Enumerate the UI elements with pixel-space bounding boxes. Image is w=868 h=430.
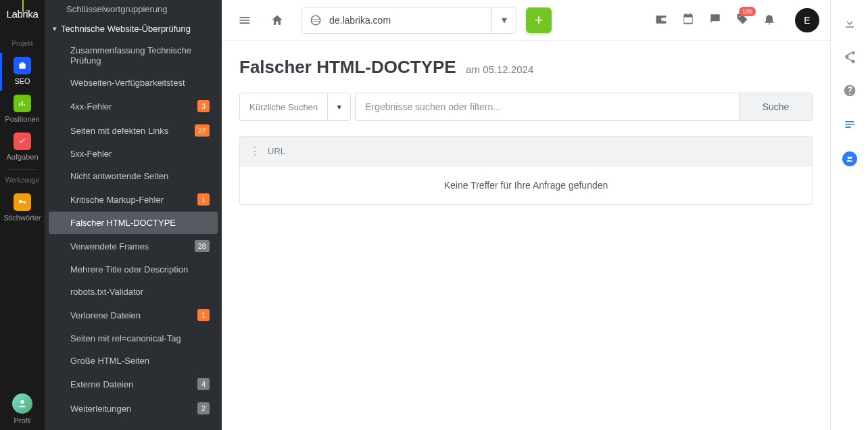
- page-content: Falscher HTML-DOCTYPE am 05.12.2024 Kürz…: [222, 41, 830, 430]
- svg-point-2: [850, 157, 852, 160]
- sidebar-item-label: Seiten mit rel=canonical-Tag: [70, 333, 210, 343]
- recent-searches-label: Kürzliche Suchen: [240, 102, 327, 112]
- sidebar-item-label: Kritische Markup-Fehler: [70, 195, 192, 205]
- sidebar-group-technical[interactable]: ▾ Technische Website-Überprüfung: [45, 18, 222, 39]
- sidebar-item-4[interactable]: 5xx-Fehler: [49, 143, 218, 165]
- rail-divider: [9, 169, 36, 170]
- column-header-url: URL: [268, 146, 285, 156]
- more-vertical-icon[interactable]: ⋮: [249, 145, 260, 158]
- wallet-icon[interactable]: [654, 12, 668, 28]
- download-icon[interactable]: [843, 16, 857, 32]
- sidebar-item-label: Zusammenfassung Technische Prüfung: [70, 45, 210, 66]
- sidebar-item-12[interactable]: Seiten mit rel=canonical-Tag: [49, 327, 218, 350]
- calendar-icon[interactable]: [681, 12, 695, 28]
- rail-section-tools: Werkzeuge: [5, 176, 39, 184]
- sidebar-item-label: Große HTML-Seiten: [70, 356, 210, 366]
- sidebar-item-0[interactable]: Zusammenfassung Technische Prüfung: [49, 39, 218, 72]
- sidebar-item-badge: 3: [197, 100, 210, 112]
- rail-item-profile[interactable]: Profil: [0, 389, 45, 430]
- sidebar-item-label: Verwendete Frames: [70, 241, 189, 252]
- search-input[interactable]: [356, 93, 739, 120]
- sidebar-item-badge: 2: [197, 402, 210, 414]
- rail-section-project: Projekt: [11, 40, 32, 47]
- sidebar-group-title: Technische Website-Überprüfung: [61, 24, 191, 34]
- sidebar-item-label: Weiterleitungen: [70, 404, 192, 414]
- brand-logo: Labrika: [6, 8, 38, 20]
- share-icon[interactable]: [843, 50, 857, 66]
- rail-label-tasks: Aufgaben: [6, 153, 38, 161]
- sidebar-item-8[interactable]: Verwendete Frames28: [49, 234, 218, 258]
- recent-searches-dropdown[interactable]: Kürzliche Suchen ▼: [239, 93, 351, 121]
- check-icon: [14, 133, 31, 150]
- rail-label-seo: SEO: [14, 77, 30, 85]
- site-picker-caret[interactable]: ▾: [491, 7, 516, 33]
- svg-point-0: [20, 400, 24, 404]
- sidebar-item-badge: 28: [195, 240, 210, 252]
- sidebar-item-3[interactable]: Seiten mit defekten Links27: [49, 118, 218, 143]
- rail-item-keywords[interactable]: Stichwörter: [0, 189, 45, 227]
- rail-item-tasks[interactable]: Aufgaben: [0, 128, 45, 166]
- sidebar-item-14[interactable]: Externe Dateien4: [49, 372, 218, 396]
- page-title: Falscher HTML-DOCTYPE: [239, 57, 456, 78]
- site-domain-text: de.labrika.com: [329, 15, 491, 26]
- sidebar-item-label: Verlorene Dateien: [70, 310, 192, 320]
- sidebar-item-13[interactable]: Große HTML-Seiten: [49, 350, 218, 372]
- chat-icon[interactable]: [708, 12, 722, 28]
- notification-count: 105: [739, 7, 756, 16]
- rail-label-profile: Profil: [14, 416, 30, 425]
- sidebar: Schlüsselwortgruppierung ▾ Technische We…: [45, 0, 222, 430]
- sidebar-item-label: robots.txt-Validator: [70, 287, 210, 297]
- rail-label-positions: Positionen: [5, 115, 39, 123]
- main-column: de.labrika.com ▾ + 105 E Falscher HTML-D…: [222, 0, 830, 430]
- sidebar-item-label: 4xx-Fehler: [70, 101, 192, 112]
- no-results-message: Keine Treffer für Ihre Anfrage gefunden: [239, 166, 813, 205]
- app-rail: Labrika Projekt SEO Positionen Aufgaben …: [0, 0, 45, 430]
- sidebar-item-11[interactable]: Verlorene Dateien1: [49, 303, 218, 327]
- sidebar-truncated-item[interactable]: Schlüsselwortgruppierung: [45, 0, 222, 18]
- sidebar-item-5[interactable]: Nicht antwortende Seiten: [49, 165, 218, 187]
- bell-icon[interactable]: [763, 12, 776, 28]
- results-table-header: ⋮ URL: [239, 136, 813, 166]
- rail-item-seo[interactable]: SEO: [0, 53, 45, 91]
- globe-icon: [302, 14, 329, 26]
- svg-point-1: [847, 157, 850, 160]
- sidebar-item-1[interactable]: Webseiten-Verfügbarkeitstest: [49, 72, 218, 94]
- sidebar-item-10[interactable]: robots.txt-Validator: [49, 281, 218, 303]
- key-icon: [14, 193, 31, 211]
- plus-icon: +: [535, 11, 544, 29]
- sidebar-item-label: Seiten mit defekten Links: [70, 126, 189, 136]
- add-button[interactable]: +: [526, 7, 552, 33]
- search-wrap: Suche: [355, 93, 813, 121]
- tag-icon[interactable]: 105: [736, 12, 749, 28]
- filter-row: Kürzliche Suchen ▼ Suche: [239, 93, 813, 121]
- chevron-down-icon: ▼: [327, 93, 350, 120]
- avatar-icon: [12, 393, 32, 414]
- right-tool-rail: [830, 0, 868, 430]
- sidebar-item-badge: 27: [195, 124, 210, 137]
- group-icon[interactable]: [842, 151, 857, 166]
- page-date: am 05.12.2024: [466, 64, 533, 75]
- menu-button[interactable]: [233, 8, 257, 32]
- sidebar-item-15[interactable]: Weiterleitungen2: [49, 396, 218, 421]
- sidebar-item-label: Webseiten-Verfügbarkeitstest: [70, 78, 210, 88]
- sidebar-item-badge: 4: [197, 378, 210, 390]
- topbar: de.labrika.com ▾ + 105 E: [222, 0, 830, 41]
- rail-label-keywords: Stichwörter: [3, 214, 41, 222]
- sidebar-item-2[interactable]: 4xx-Fehler3: [49, 94, 218, 118]
- sidebar-item-badge: 1: [197, 309, 210, 321]
- search-button[interactable]: Suche: [739, 93, 812, 120]
- home-button[interactable]: [265, 8, 289, 32]
- user-avatar[interactable]: E: [795, 8, 819, 32]
- help-icon[interactable]: [843, 84, 857, 100]
- chart-icon: [14, 95, 31, 112]
- briefcase-icon: [14, 57, 31, 74]
- sidebar-item-9[interactable]: Mehrere Title oder Description: [49, 258, 218, 281]
- sidebar-item-label: 5xx-Fehler: [70, 149, 210, 159]
- site-picker[interactable]: de.labrika.com ▾: [302, 7, 516, 34]
- rail-item-positions[interactable]: Positionen: [0, 91, 45, 128]
- chevron-down-icon: ▾: [53, 24, 57, 33]
- sidebar-item-badge: 1: [197, 193, 210, 206]
- sidebar-item-7[interactable]: Falscher HTML-DOCTYPE: [49, 212, 218, 234]
- sidebar-item-6[interactable]: Kritische Markup-Fehler1: [49, 187, 218, 212]
- list-icon[interactable]: [843, 118, 857, 134]
